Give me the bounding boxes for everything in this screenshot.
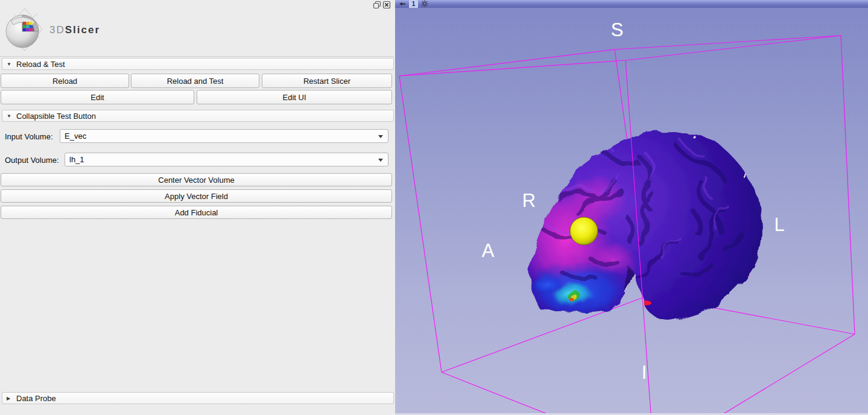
collapse-open-icon: ▼ <box>7 113 16 119</box>
input-volume-label: Input Volume: <box>5 132 53 141</box>
activation-red-spot <box>638 299 651 306</box>
section-header-reload-test[interactable]: ▼ Reload & Test <box>2 58 394 70</box>
edit-ui-button[interactable]: Edit UI <box>197 90 392 104</box>
view-name-tab[interactable]: 1 <box>409 0 418 8</box>
close-panel-icon[interactable] <box>382 1 391 9</box>
input-volume-value: E_vec <box>65 131 86 141</box>
add-fiducial-button[interactable]: Add Fiducial <box>1 206 392 219</box>
output-volume-label: Output Volume: <box>5 156 59 165</box>
collapse-open-icon: ▼ <box>7 62 16 67</box>
section-header-data-probe[interactable]: ▶ Data Probe <box>2 392 394 404</box>
threed-view-controller-bar: 1 <box>395 0 868 8</box>
output-volume-value: lh_1 <box>69 155 84 164</box>
section-title: Collapsible Test Button <box>16 112 96 121</box>
module-panel: 3DSlicer ▼ Reload & Test Reload Reload a… <box>0 0 394 415</box>
reload-and-test-button[interactable]: Reload and Test <box>131 74 259 88</box>
edit-button[interactable]: Edit <box>1 90 194 104</box>
fiducial-marker[interactable] <box>570 217 598 245</box>
panel-window-controls <box>373 1 391 9</box>
panel-divider <box>0 56 394 57</box>
slicer-logo: 3DSlicer <box>2 5 100 55</box>
dropdown-arrow-icon <box>378 159 383 162</box>
app-title: 3DSlicer <box>49 24 100 36</box>
output-volume-combobox[interactable]: lh_1 <box>65 153 388 166</box>
threed-viewport[interactable]: S R A L I <box>395 8 868 413</box>
logo-color-grid <box>23 22 33 31</box>
section-title: Data Probe <box>16 394 56 403</box>
reload-button[interactable]: Reload <box>1 74 129 88</box>
collapse-closed-icon: ▶ <box>7 396 16 401</box>
threed-view: 1 <box>398 0 868 415</box>
section-title: Reload & Test <box>16 60 65 69</box>
dropdown-arrow-icon <box>378 135 383 138</box>
section-header-collapsible-test[interactable]: ▼ Collapsible Test Button <box>2 110 394 122</box>
float-panel-icon[interactable] <box>373 1 381 9</box>
center-vector-volume-button[interactable]: Center Vector Volume <box>1 173 392 186</box>
restart-slicer-button[interactable]: Restart Slicer <box>262 74 392 88</box>
slicer-logo-icon <box>2 6 47 54</box>
brain-surface-model <box>519 121 772 326</box>
apply-vector-field-button[interactable]: Apply Vector Field <box>1 189 392 203</box>
input-volume-combobox[interactable]: E_vec <box>60 129 388 143</box>
threed-scene <box>395 8 868 413</box>
